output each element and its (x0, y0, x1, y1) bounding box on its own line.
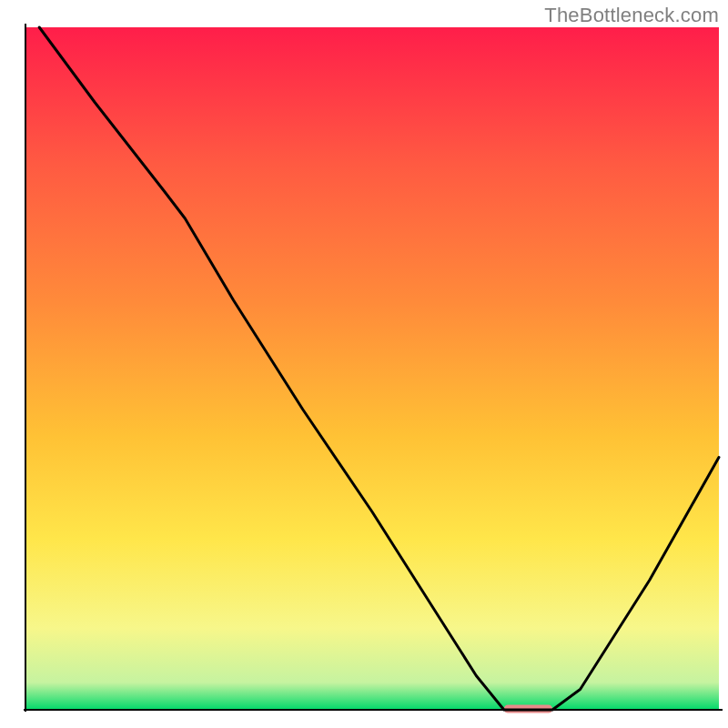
watermark-label: TheBottleneck.com (544, 4, 719, 27)
plot-area (24, 24, 723, 713)
gradient-background (25, 27, 719, 710)
bottleneck-chart (0, 0, 728, 728)
chart-container: TheBottleneck.com (0, 0, 728, 728)
